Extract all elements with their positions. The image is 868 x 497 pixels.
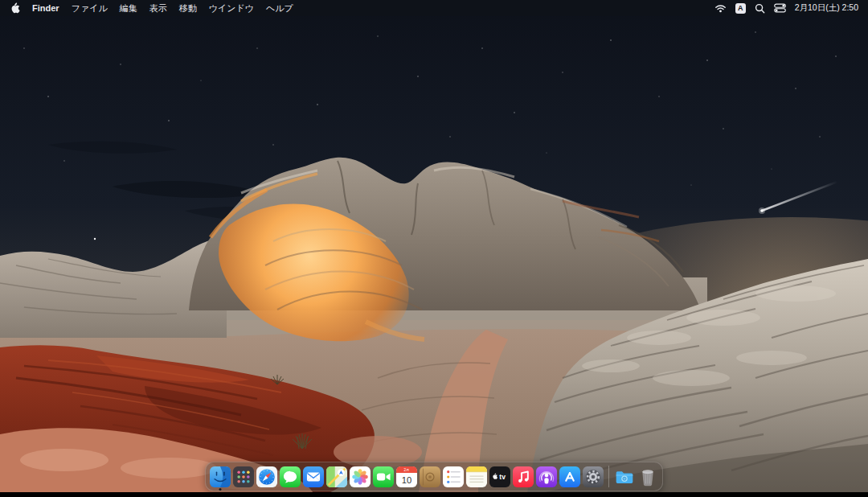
app-store-icon	[559, 466, 580, 487]
contacts-icon	[420, 466, 440, 487]
search-icon	[755, 3, 765, 14]
dock-item-music[interactable]	[513, 466, 534, 487]
desktop-wallpaper	[0, 0, 868, 497]
menu-bar: Finder ファイル 編集 表示 移動 ウインドウ ヘルプ A	[0, 0, 868, 16]
dock-item-notes[interactable]	[466, 466, 487, 487]
menu-item-file[interactable]: ファイル	[72, 2, 108, 14]
gear-icon	[583, 466, 604, 487]
menu-item-edit[interactable]: 編集	[120, 2, 137, 14]
dock-item-photos[interactable]	[350, 466, 371, 487]
spotlight-search[interactable]	[755, 3, 765, 14]
menu-item-view[interactable]: 表示	[149, 2, 167, 14]
desktop-screen: Finder ファイル 編集 表示 移動 ウインドウ ヘルプ A	[0, 0, 868, 497]
reminders-icon	[443, 466, 464, 487]
control-center-icon	[774, 3, 786, 13]
mail-icon	[303, 466, 324, 487]
input-source-menu[interactable]: A	[735, 3, 746, 14]
dock-item-facetime[interactable]	[373, 466, 394, 487]
menu-item-help[interactable]: ヘルプ	[266, 2, 293, 14]
dock-item-launchpad[interactable]	[233, 466, 254, 487]
dock-item-trash[interactable]	[637, 466, 658, 487]
folder-icon	[614, 466, 635, 487]
ime-label: A	[738, 4, 743, 12]
calendar-day-label: 10	[402, 474, 411, 484]
dock-item-folder[interactable]	[614, 466, 635, 487]
dock-item-tv[interactable]: tv	[489, 466, 510, 487]
wifi-status[interactable]	[714, 3, 727, 13]
finder-icon	[210, 466, 231, 487]
dock-item-system-settings[interactable]	[583, 466, 604, 487]
menu-bar-left: Finder ファイル 編集 表示 移動 ウインドウ ヘルプ	[10, 2, 293, 14]
dock-item-calendar[interactable]: 2月 10	[396, 466, 417, 487]
calendar-icon: 2月 10	[396, 466, 417, 487]
running-indicator	[219, 488, 222, 491]
apple-tv-icon: tv	[489, 466, 510, 487]
tv-label: tv	[499, 472, 506, 480]
dock-item-podcasts[interactable]	[536, 466, 557, 487]
dock-item-contacts[interactable]	[420, 466, 440, 487]
dock-item-mail[interactable]	[303, 466, 324, 487]
apple-logo-icon	[10, 2, 20, 14]
dock-item-safari[interactable]	[256, 466, 277, 487]
wifi-icon	[714, 3, 727, 13]
control-center[interactable]	[774, 3, 786, 13]
trash-icon	[637, 466, 658, 487]
menu-item-go[interactable]: 移動	[179, 2, 197, 14]
active-app-name[interactable]: Finder	[32, 3, 59, 13]
calendar-month-label: 2月	[404, 468, 410, 472]
menu-bar-status: A 2月10日(土) 2:50	[714, 2, 858, 14]
podcasts-icon	[536, 466, 557, 487]
notes-icon	[466, 466, 487, 487]
maps-icon	[326, 466, 347, 487]
dock-item-maps[interactable]	[326, 466, 347, 487]
dock-divider	[608, 466, 609, 487]
safari-icon	[256, 466, 277, 487]
menu-bar-clock[interactable]: 2月10日(土) 2:50	[795, 2, 858, 14]
music-icon	[513, 466, 534, 487]
menu-item-window[interactable]: ウインドウ	[209, 2, 254, 14]
bottom-letterbox	[0, 492, 868, 497]
apple-menu[interactable]	[10, 2, 20, 14]
dock-item-finder[interactable]	[210, 466, 231, 487]
dock-item-reminders[interactable]	[443, 466, 464, 487]
photos-icon	[350, 466, 371, 487]
dock-item-app-store[interactable]	[559, 466, 580, 487]
messages-icon	[280, 466, 301, 487]
facetime-icon	[373, 466, 394, 487]
dock: 2月 10	[205, 462, 663, 491]
dock-item-messages[interactable]	[280, 466, 301, 487]
launchpad-icon	[233, 466, 254, 487]
